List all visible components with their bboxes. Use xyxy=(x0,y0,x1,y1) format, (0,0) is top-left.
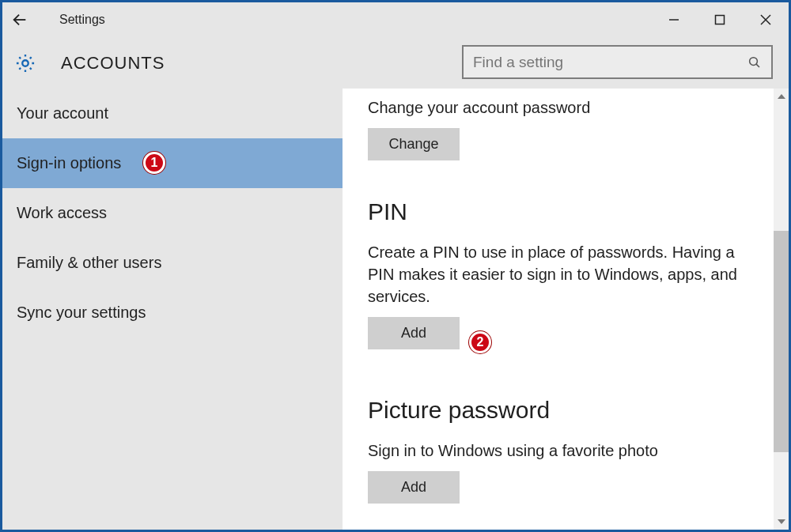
sidebar-item-label: Your account xyxy=(17,104,108,123)
sidebar: Your account Sign-in options 1 Work acce… xyxy=(2,89,343,530)
sidebar-item-label: Sync your settings xyxy=(17,304,146,322)
section-title: ACCOUNTS xyxy=(61,53,165,74)
header: ACCOUNTS xyxy=(2,37,789,89)
main-area: Your account Sign-in options 1 Work acce… xyxy=(2,89,789,530)
svg-point-6 xyxy=(750,57,758,65)
sidebar-item-label: Sign-in options xyxy=(17,154,121,172)
sidebar-item-your-account[interactable]: Your account xyxy=(2,89,343,138)
svg-point-5 xyxy=(22,60,28,66)
picture-password-heading: Picture password xyxy=(368,397,776,424)
add-pin-button[interactable]: Add xyxy=(368,317,460,349)
annotation-badge-2: 2 xyxy=(469,331,491,353)
annotation-badge-1: 1 xyxy=(143,152,165,174)
sidebar-item-sync-settings[interactable]: Sync your settings xyxy=(2,288,343,338)
back-button[interactable] xyxy=(2,2,37,37)
search-icon xyxy=(746,55,763,70)
search-input[interactable] xyxy=(471,53,746,72)
sidebar-item-label: Family & other users xyxy=(17,254,161,272)
sidebar-item-work-access[interactable]: Work access xyxy=(2,188,343,238)
maximize-button[interactable] xyxy=(697,2,743,37)
scroll-thumb[interactable] xyxy=(774,231,789,452)
titlebar: Settings xyxy=(2,2,789,37)
add-picture-password-button[interactable]: Add xyxy=(368,471,460,504)
svg-rect-2 xyxy=(716,16,725,25)
scroll-down-icon[interactable] xyxy=(774,514,789,530)
window-title: Settings xyxy=(59,13,105,27)
pin-description: Create a PIN to use in place of password… xyxy=(368,241,755,308)
scrollbar[interactable] xyxy=(774,89,789,530)
content-pane: Change your account password Change PIN … xyxy=(343,89,789,530)
sidebar-item-label: Work access xyxy=(17,204,107,222)
picture-password-description: Sign in to Windows using a favorite phot… xyxy=(368,440,776,462)
svg-line-7 xyxy=(756,64,759,67)
window-controls xyxy=(651,2,789,37)
sidebar-item-sign-in-options[interactable]: Sign-in options 1 xyxy=(2,138,343,188)
search-box[interactable] xyxy=(462,45,773,79)
scroll-up-icon[interactable] xyxy=(774,89,789,104)
change-password-button[interactable]: Change xyxy=(368,128,460,160)
sidebar-item-family-other-users[interactable]: Family & other users xyxy=(2,238,343,288)
minimize-button[interactable] xyxy=(651,2,697,37)
close-button[interactable] xyxy=(743,2,789,37)
password-description: Change your account password xyxy=(368,96,776,119)
gear-icon xyxy=(13,51,37,75)
pin-heading: PIN xyxy=(368,198,776,225)
